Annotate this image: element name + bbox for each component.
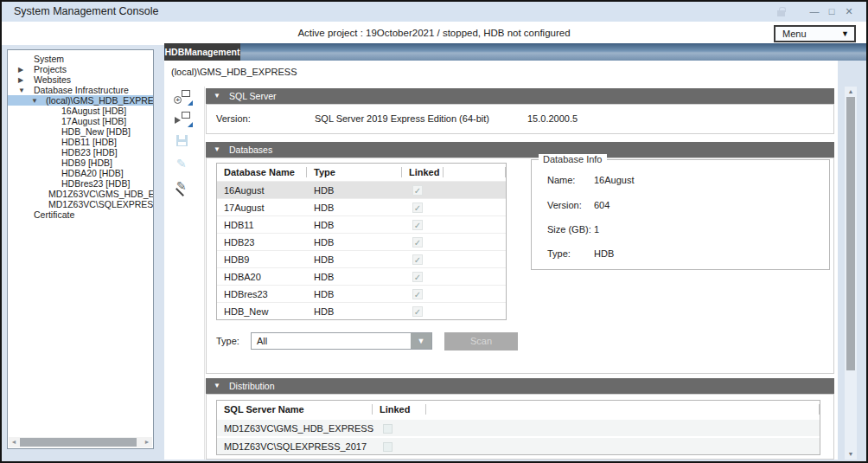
section-header-distribution[interactable]: ▼ Distribution — [206, 378, 834, 394]
add-database-icon — [182, 90, 190, 97]
chevron-down-icon: ▼ — [841, 27, 849, 41]
scroll-up-icon[interactable]: ▲ — [845, 87, 857, 97]
column-header-linked[interactable]: Linked — [402, 164, 444, 181]
collapse-section-icon[interactable]: ▼ — [214, 378, 220, 394]
sidebar-item-certificate[interactable]: Certificate — [8, 209, 153, 220]
groupbox-title: Database Info — [539, 154, 607, 164]
checkbox-unchecked-icon — [383, 424, 393, 434]
section-title: Distribution — [229, 378, 275, 394]
chevron-down-icon[interactable]: ▼ — [411, 333, 431, 349]
sidebar-item-16august[interactable]: 16August [HDB] — [8, 106, 153, 116]
unlink-button[interactable]: ✎ — [173, 178, 194, 196]
database-info-groupbox: Database Info Name: 16August Version: 60… — [531, 159, 830, 270]
main-content: (local)\GMS_HDB_EXPRESS ✎ ✎ ▼ SQL Server — [164, 61, 838, 460]
tab-hdbmanagement[interactable]: HDBManagement — [164, 43, 240, 61]
app-window: System Management Console — □ ✕ Active p… — [0, 0, 868, 463]
checkbox-unchecked-icon — [383, 442, 393, 452]
collapse-section-icon[interactable]: ▼ — [214, 142, 220, 158]
sidebar-item-projects[interactable]: ▶Projects — [8, 64, 153, 74]
table-row[interactable]: HDBA20 HDB ✓ — [217, 267, 506, 285]
info-field: Version: 604 — [532, 200, 829, 211]
sidebar-item-local-gms-hdb-express[interactable]: ▼(local)\GMS_HDB_EXPRESS — [8, 95, 153, 106]
version-name: SQL Server 2019 Express Edition (64-bit) — [315, 104, 489, 134]
field-label: Name: — [547, 175, 575, 185]
field-value: 16August — [594, 175, 634, 185]
minimize-button[interactable]: — — [806, 2, 823, 22]
type-filter-label: Type: — [216, 332, 239, 350]
databases-table: Database Name Type Linked 16August HDB ✓… — [216, 163, 507, 320]
collapse-section-icon[interactable]: ▼ — [214, 88, 220, 104]
table-row[interactable]: HDB9 HDB ✓ — [217, 250, 506, 267]
link-button[interactable]: ✎ — [173, 156, 194, 173]
checkbox-checked-icon: ✓ — [412, 220, 423, 230]
table-row[interactable]: HDB_New HDB ✓ — [217, 302, 506, 319]
type-filter-dropdown[interactable]: All ▼ — [251, 332, 432, 350]
attach-database-button[interactable] — [173, 111, 194, 128]
table-row[interactable]: MD1Z63VC\GMS_HDB_EXPRESS — [217, 418, 820, 436]
sidebar-item-hdba20[interactable]: HDBA20 [HDB] — [8, 168, 153, 178]
section-header-databases[interactable]: ▼ Databases — [206, 142, 834, 158]
column-header-type[interactable]: Type — [307, 164, 402, 181]
navigation-sidebar: System ▶Projects ▶Websites ▼Database Inf… — [7, 49, 154, 449]
scan-button[interactable]: Scan — [444, 332, 518, 350]
scroll-left-icon[interactable]: ◄ — [9, 437, 19, 447]
window-title: System Management Console — [14, 2, 158, 22]
maximize-button[interactable]: □ — [823, 2, 840, 22]
statusbar: Active project : 19October2021 / stopped… — [2, 22, 866, 45]
sidebar-item-hdbres23[interactable]: HDBres23 [HDB] — [8, 178, 153, 189]
add-database-button[interactable] — [173, 89, 194, 106]
sidebar-item-md1z63vc-sqlexpress-2017[interactable]: MD1Z63VC\SQLEXPRESS_2017 — [8, 199, 153, 209]
sidebar-item-websites[interactable]: ▶Websites — [8, 74, 153, 85]
scroll-down-icon[interactable]: ▼ — [845, 449, 857, 460]
titlebar: System Management Console — □ ✕ — [2, 2, 866, 22]
chevron-right-icon[interactable]: ▶ — [18, 75, 23, 85]
sidebar-item-hdb11[interactable]: HDB11 [HDB] — [8, 137, 153, 147]
sidebar-item-hdb23[interactable]: HDB23 [HDB] — [8, 147, 153, 158]
toolbar-separator — [204, 87, 205, 460]
sql-server-panel — [206, 104, 834, 134]
table-row[interactable]: MD1Z63VC\SQLEXPRESS_2017 — [217, 436, 820, 454]
scroll-right-icon[interactable]: ► — [142, 437, 152, 447]
link-icon: ✎ — [176, 157, 187, 170]
scrollbar-thumb[interactable] — [20, 438, 137, 447]
section-header-sql-server[interactable]: ▼ SQL Server — [206, 88, 834, 104]
close-button[interactable]: ✕ — [840, 2, 858, 22]
sidebar-item-database-infrastructure[interactable]: ▼Database Infrastructure — [8, 85, 153, 95]
sidebar-item-hdb-new[interactable]: HDB_New [HDB] — [8, 126, 153, 137]
sidebar-item-system[interactable]: System — [8, 54, 153, 64]
table-row[interactable]: HDB23 HDB ✓ — [217, 233, 506, 250]
sidebar-item-hdb9[interactable]: HDB9 [HDB] — [8, 158, 153, 168]
table-row[interactable]: 16August HDB ✓ — [217, 181, 506, 198]
field-label: Size (GB): — [547, 224, 591, 235]
menu-dropdown[interactable]: Menu ▼ — [774, 25, 856, 42]
checkbox-checked-icon: ✓ — [412, 306, 423, 317]
column-header-database-name[interactable]: Database Name — [217, 164, 307, 181]
sidebar-horizontal-scrollbar[interactable]: ◄ ► — [9, 437, 152, 447]
sidebar-item-17august[interactable]: 17August [HDB] — [8, 116, 153, 126]
distribution-table: SQL Server Name Linked MD1Z63VC\GMS_HDB_… — [216, 400, 820, 455]
table-row[interactable]: HDBres23 HDB ✓ — [217, 285, 506, 302]
section-title: SQL Server — [229, 88, 276, 104]
column-header-empty — [444, 164, 506, 181]
chevron-down-icon[interactable]: ▼ — [18, 86, 25, 95]
info-field: Name: 16August — [532, 175, 829, 186]
column-header-linked[interactable]: Linked — [373, 401, 426, 418]
chevron-right-icon[interactable]: ▶ — [18, 65, 23, 74]
chevron-down-icon[interactable]: ▼ — [31, 96, 38, 106]
info-field: Size (GB): 1 — [532, 224, 829, 235]
column-header-sql-server-name[interactable]: SQL Server Name — [217, 401, 373, 418]
column-header-empty — [426, 401, 820, 418]
save-button[interactable] — [173, 133, 194, 151]
scrollbar-thumb[interactable] — [846, 97, 855, 370]
sidebar-item-md1z63vc-gms-hdb-express[interactable]: MD1Z63VC\GMS_HDB_EXPRESS — [8, 189, 153, 199]
checkbox-checked-icon: ✓ — [412, 272, 423, 282]
table-row[interactable]: HDB11 HDB ✓ — [217, 215, 506, 233]
breadcrumb: (local)\GMS_HDB_EXPRESS — [171, 67, 297, 77]
info-field: Type: HDB — [532, 248, 829, 260]
table-row[interactable]: 17August HDB ✓ — [217, 198, 506, 215]
checkbox-checked-icon: ✓ — [412, 237, 423, 248]
version-label: Version: — [216, 104, 251, 134]
version-number: 15.0.2000.5 — [527, 104, 578, 134]
active-project-status: Active project : 19October2021 / stopped… — [2, 22, 866, 45]
main-vertical-scrollbar[interactable]: ▲ ▼ — [845, 87, 857, 460]
